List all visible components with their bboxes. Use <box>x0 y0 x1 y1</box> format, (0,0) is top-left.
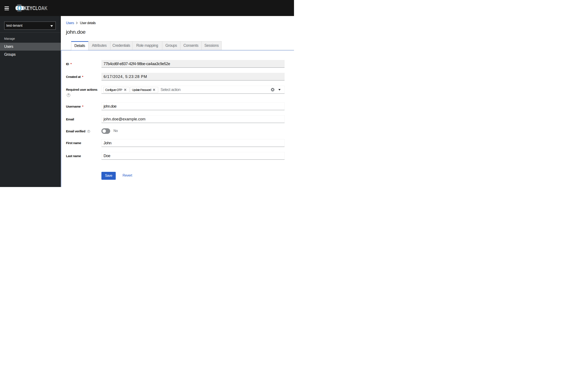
svg-text:KEYCLOAK: KEYCLOAK <box>24 5 48 11</box>
